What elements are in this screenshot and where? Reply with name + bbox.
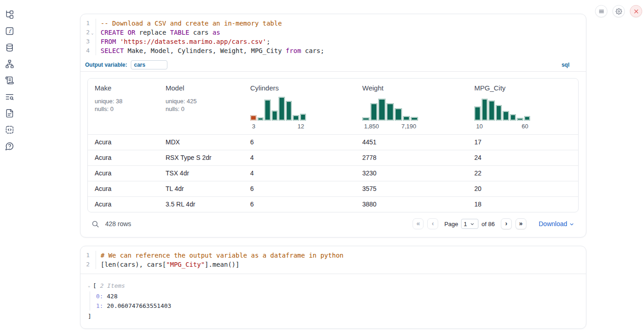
mpg_city-histogram: 1060 bbox=[474, 96, 530, 130]
fold-toggle-icon[interactable]: ⌄ bbox=[90, 28, 95, 37]
file-tree-icon[interactable] bbox=[5, 10, 14, 19]
table-cell: Acura bbox=[88, 197, 159, 212]
axis-max-label: 7,190 bbox=[401, 123, 416, 130]
dependency-graph-icon[interactable] bbox=[5, 59, 14, 69]
page-select-value: 1 bbox=[464, 221, 467, 227]
column-label[interactable]: Cylinders bbox=[250, 84, 355, 92]
search-icon[interactable] bbox=[91, 220, 99, 228]
histogram-bar bbox=[286, 101, 292, 121]
code-text: CREATE OR replace TABLE cars as bbox=[96, 28, 220, 37]
code-line: 2[len(cars), cars["MPG_City"].mean()] bbox=[80, 260, 586, 269]
column-label[interactable]: Make bbox=[95, 84, 159, 92]
histogram-bar bbox=[370, 103, 378, 121]
chevron-down-icon bbox=[470, 222, 474, 226]
python-code-editor[interactable]: 1# We can reference the output variable … bbox=[80, 246, 586, 274]
column-label[interactable]: Weight bbox=[362, 84, 467, 92]
next-page-button[interactable]: › bbox=[501, 218, 512, 229]
histogram-bar bbox=[403, 116, 410, 121]
histogram-bar bbox=[279, 97, 285, 121]
column-label[interactable]: Model bbox=[166, 84, 243, 92]
code-token: cars; bbox=[301, 47, 324, 54]
shutdown-icon[interactable] bbox=[630, 5, 642, 17]
column-stats: unique: 425nulls: 0 bbox=[166, 97, 243, 113]
sql-output-area: Makeunique: 38nulls: 0Modelunique: 425nu… bbox=[80, 72, 586, 237]
settings-icon[interactable] bbox=[612, 5, 625, 17]
code-token: TABLE bbox=[170, 29, 189, 36]
code-text: -- Download a CSV and create an in-memor… bbox=[96, 19, 282, 28]
menu-icon[interactable] bbox=[595, 5, 607, 17]
code-text: [len(cars), cars["MPG_City"].mean()] bbox=[96, 260, 239, 269]
help-icon[interactable] bbox=[5, 142, 14, 151]
table-row[interactable]: AcuraRSX Type S 2dr4277824 bbox=[88, 150, 578, 165]
document-icon[interactable] bbox=[5, 109, 14, 118]
tree-entry-value: 428 bbox=[103, 291, 118, 301]
function-icon[interactable]: f bbox=[5, 26, 14, 36]
column-stats: unique: 38nulls: 0 bbox=[95, 97, 159, 113]
column-header-model: Modelunique: 425nulls: 0 bbox=[159, 79, 243, 134]
column-stat: nulls: 0 bbox=[166, 105, 243, 113]
pagination: « ‹ Page 1 of 86 › » Download bbox=[413, 218, 574, 229]
column-label[interactable]: MPG_City bbox=[474, 84, 578, 92]
language-badge: sql bbox=[562, 62, 569, 68]
fold-gutter bbox=[90, 251, 95, 260]
weight-histogram: 1,8507,190 bbox=[362, 96, 418, 130]
download-button[interactable]: Download bbox=[539, 220, 574, 227]
fold-gutter bbox=[90, 19, 95, 28]
code-line: 1-- Download a CSV and create an in-memo… bbox=[80, 19, 586, 28]
table-row[interactable]: AcuraTSX 4dr4323022 bbox=[88, 165, 578, 181]
table-cell: Acura bbox=[88, 135, 159, 150]
last-page-button[interactable]: » bbox=[515, 218, 526, 229]
database-icon[interactable] bbox=[5, 43, 14, 52]
table-cell: 18 bbox=[467, 197, 578, 212]
histogram-bar bbox=[300, 114, 306, 121]
sidebar-panel: f bbox=[0, 0, 19, 333]
scroll-icon[interactable] bbox=[5, 76, 14, 85]
tree-items-count: 2 Items bbox=[97, 281, 125, 291]
tree-entry[interactable]: 0: 428 bbox=[96, 291, 586, 301]
tree-entry-key: 1: bbox=[96, 301, 103, 311]
tree-entry[interactable]: 1: 20.060747663551403 bbox=[96, 301, 586, 311]
python-cell: 1# We can reference the output variable … bbox=[80, 246, 586, 329]
page-select[interactable]: 1 bbox=[461, 219, 478, 229]
tree-entry-key: 0: bbox=[96, 291, 103, 301]
line-number: 4 bbox=[80, 46, 90, 55]
table-cell: 2778 bbox=[355, 150, 467, 165]
output-variable-input[interactable] bbox=[131, 60, 167, 69]
histogram-bar bbox=[482, 99, 488, 121]
axis-min-label: 1,850 bbox=[364, 123, 379, 130]
table-row[interactable]: AcuraTL 4dr6357520 bbox=[88, 181, 578, 196]
code-token: as bbox=[212, 29, 220, 36]
chevron-down-icon[interactable]: ⌄ bbox=[88, 281, 93, 291]
code-token: -- Download a CSV and create an in-memor… bbox=[101, 20, 282, 27]
code-token: "MPG_City" bbox=[166, 261, 204, 268]
table-cell: 22 bbox=[467, 166, 578, 181]
column-header-make: Makeunique: 38nulls: 0 bbox=[88, 79, 159, 134]
snippets-icon[interactable] bbox=[5, 125, 14, 134]
tree-open-bracket: [ bbox=[93, 281, 97, 291]
column-header-weight: Weight1,8507,190 bbox=[355, 79, 467, 134]
table-row[interactable]: Acura3.5 RL 4dr6388018 bbox=[88, 196, 578, 212]
first-page-button[interactable]: « bbox=[413, 218, 424, 229]
line-number: 1 bbox=[80, 251, 90, 260]
column-stat: unique: 425 bbox=[166, 97, 243, 105]
table-row[interactable]: AcuraMDX6445117 bbox=[88, 134, 578, 150]
histogram-bar bbox=[510, 114, 516, 121]
histogram-axis: 1,8507,190 bbox=[362, 123, 418, 130]
table-cell: Acura bbox=[88, 166, 159, 181]
prev-page-button[interactable]: ‹ bbox=[427, 218, 438, 229]
table-cell: 6 bbox=[243, 135, 355, 150]
histogram-bar bbox=[258, 117, 264, 121]
fold-gutter bbox=[90, 37, 95, 46]
table-cell: 4 bbox=[243, 150, 355, 165]
tree-close-bracket: ] bbox=[88, 312, 586, 321]
table-cell: 4451 bbox=[355, 135, 467, 150]
code-text: # We can reference the output variable a… bbox=[96, 251, 343, 260]
download-label: Download bbox=[539, 220, 567, 227]
fold-gutter bbox=[90, 260, 95, 269]
sql-code-editor[interactable]: 1-- Download a CSV and create an in-memo… bbox=[80, 14, 586, 60]
table-cell: 20 bbox=[467, 181, 578, 196]
text-search-icon[interactable] bbox=[5, 92, 14, 101]
table-cell: Acura bbox=[88, 181, 159, 196]
table-cell: RSX Type S 2dr bbox=[159, 150, 243, 165]
code-line: 3FROM 'https://datasets.marimo.app/cars.… bbox=[80, 37, 586, 46]
